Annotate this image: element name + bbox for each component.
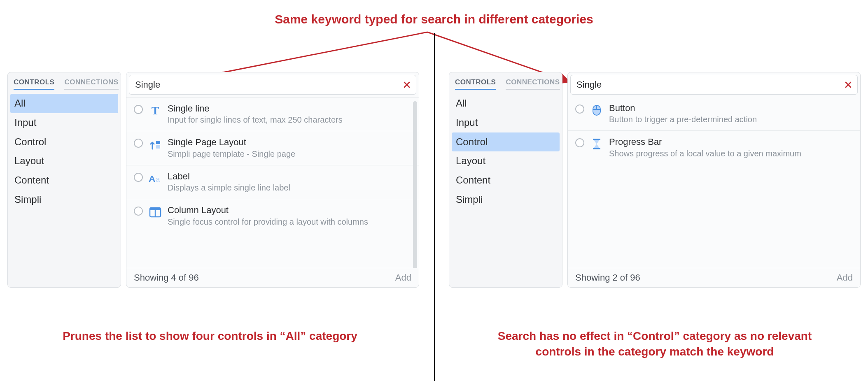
category-list-right: AllInputControlLayoutContentSimpli bbox=[452, 94, 560, 209]
panel-right: CONTROLS CONNECTIONS AllInputControlLayo… bbox=[449, 72, 861, 288]
tabs: CONTROLS CONNECTIONS bbox=[10, 76, 118, 90]
aa-icon: Aa bbox=[149, 172, 162, 185]
scrollbar[interactable] bbox=[413, 101, 417, 268]
result-title: Column Layout bbox=[168, 205, 411, 216]
category-item[interactable]: Layout bbox=[10, 151, 118, 171]
category-item[interactable]: Input bbox=[452, 113, 560, 132]
caption-left: Prunes the list to show four controls in… bbox=[25, 328, 395, 344]
search-bar bbox=[570, 75, 858, 95]
result-row[interactable]: Column LayoutSingle focus control for pr… bbox=[126, 199, 419, 232]
results-list-left: TSingle lineInput for single lines of te… bbox=[126, 97, 419, 268]
clear-search-icon[interactable] bbox=[403, 81, 411, 89]
caption-right: Search has no effect in “Control” catego… bbox=[478, 328, 832, 360]
result-desc: Single focus control for providing a lay… bbox=[168, 217, 411, 227]
result-text: Single lineInput for single lines of tex… bbox=[168, 103, 411, 125]
results-panel-left: TSingle lineInput for single lines of te… bbox=[126, 72, 419, 288]
category-item[interactable]: Content bbox=[452, 171, 560, 190]
tabs: CONTROLS CONNECTIONS bbox=[452, 76, 560, 90]
category-item[interactable]: All bbox=[452, 94, 560, 113]
search-input[interactable] bbox=[134, 79, 403, 91]
category-item[interactable]: Input bbox=[10, 113, 118, 132]
page-up-icon bbox=[149, 138, 162, 151]
showing-count: Showing 2 of 96 bbox=[575, 272, 640, 283]
result-desc: Displays a simple single line label bbox=[168, 183, 411, 193]
result-desc: Button to trigger a pre-determined actio… bbox=[609, 114, 853, 125]
vertical-divider bbox=[434, 33, 435, 381]
tab-connections[interactable]: CONNECTIONS bbox=[64, 78, 118, 90]
result-row[interactable]: ButtonButton to trigger a pre-determined… bbox=[568, 97, 860, 130]
results-footer: Showing 2 of 96 Add bbox=[568, 268, 860, 287]
results-panel-right: ButtonButton to trigger a pre-determined… bbox=[567, 72, 861, 288]
clear-search-icon[interactable] bbox=[844, 81, 852, 89]
tab-controls[interactable]: CONTROLS bbox=[455, 78, 496, 90]
text-icon: T bbox=[149, 104, 162, 117]
result-desc: Shows progress of a local value to a giv… bbox=[609, 149, 853, 159]
select-radio[interactable] bbox=[134, 105, 143, 114]
category-item[interactable]: Control bbox=[10, 132, 118, 152]
svg-text:A: A bbox=[149, 174, 155, 184]
result-text: Column LayoutSingle focus control for pr… bbox=[168, 205, 411, 227]
result-desc: Simpli page template - Single page bbox=[168, 149, 411, 159]
result-title: Progress Bar bbox=[609, 137, 853, 147]
mouse-icon bbox=[590, 104, 603, 117]
results-list-right: ButtonButton to trigger a pre-determined… bbox=[568, 97, 860, 268]
svg-rect-4 bbox=[156, 145, 160, 149]
sidebar-left: CONTROLS CONNECTIONS AllInputControlLayo… bbox=[7, 72, 121, 288]
svg-text:a: a bbox=[156, 175, 160, 184]
result-row[interactable]: Single Page LayoutSimpli page template -… bbox=[126, 131, 419, 165]
category-item[interactable]: Content bbox=[10, 171, 118, 190]
category-item[interactable]: Layout bbox=[452, 151, 560, 171]
result-title: Single Page Layout bbox=[168, 137, 411, 148]
tab-connections[interactable]: CONNECTIONS bbox=[506, 78, 560, 90]
result-text: Single Page LayoutSimpli page template -… bbox=[168, 137, 411, 159]
svg-rect-3 bbox=[156, 141, 160, 144]
panel-left: CONTROLS CONNECTIONS AllInputControlLayo… bbox=[7, 72, 419, 288]
columns-icon bbox=[149, 206, 162, 219]
svg-rect-13 bbox=[593, 139, 600, 140]
add-button[interactable]: Add bbox=[837, 272, 853, 283]
select-radio[interactable] bbox=[134, 207, 143, 216]
svg-rect-8 bbox=[150, 208, 161, 210]
result-title: Button bbox=[609, 103, 853, 114]
svg-text:T: T bbox=[152, 105, 159, 117]
result-text: LabelDisplays a simple single line label bbox=[168, 171, 411, 193]
category-list-left: AllInputControlLayoutContentSimpli bbox=[10, 94, 118, 209]
result-text: ButtonButton to trigger a pre-determined… bbox=[609, 103, 853, 125]
add-button[interactable]: Add bbox=[395, 272, 411, 283]
result-row[interactable]: Progress BarShows progress of a local va… bbox=[568, 130, 860, 164]
tab-controls[interactable]: CONTROLS bbox=[14, 78, 54, 90]
category-item[interactable]: Simpli bbox=[10, 190, 118, 209]
category-item[interactable]: All bbox=[10, 94, 118, 113]
result-desc: Input for single lines of text, max 250 … bbox=[168, 115, 411, 125]
hourglass-icon bbox=[590, 137, 603, 151]
result-text: Progress BarShows progress of a local va… bbox=[609, 137, 853, 158]
select-radio[interactable] bbox=[134, 139, 143, 148]
result-title: Single line bbox=[168, 103, 411, 114]
search-input[interactable] bbox=[576, 79, 844, 91]
result-row[interactable]: TSingle lineInput for single lines of te… bbox=[126, 97, 419, 131]
showing-count: Showing 4 of 96 bbox=[134, 272, 199, 283]
sidebar-right: CONTROLS CONNECTIONS AllInputControlLayo… bbox=[449, 72, 562, 288]
headline: Same keyword typed for search in differe… bbox=[0, 12, 868, 26]
result-title: Label bbox=[168, 171, 411, 182]
search-bar bbox=[129, 75, 416, 95]
select-radio[interactable] bbox=[575, 138, 584, 147]
page: Same keyword typed for search in differe… bbox=[0, 0, 868, 381]
svg-rect-14 bbox=[593, 148, 600, 149]
result-row[interactable]: AaLabelDisplays a simple single line lab… bbox=[126, 165, 419, 199]
results-footer: Showing 4 of 96 Add bbox=[126, 268, 419, 287]
select-radio[interactable] bbox=[575, 105, 584, 114]
category-item[interactable]: Control bbox=[452, 132, 560, 152]
category-item[interactable]: Simpli bbox=[452, 190, 560, 209]
select-radio[interactable] bbox=[134, 173, 143, 182]
